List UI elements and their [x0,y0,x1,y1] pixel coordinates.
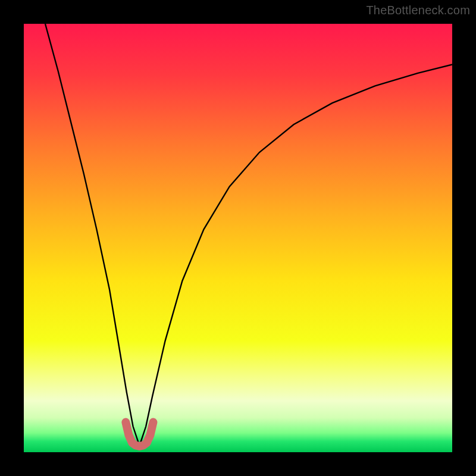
optimal-zone-marker [126,422,153,446]
bottleneck-curve [45,24,452,446]
chart-frame: TheBottleneck.com [0,0,476,476]
bottleneck-curve-svg [24,24,452,452]
watermark-text: TheBottleneck.com [366,4,470,17]
plot-area [24,24,452,452]
